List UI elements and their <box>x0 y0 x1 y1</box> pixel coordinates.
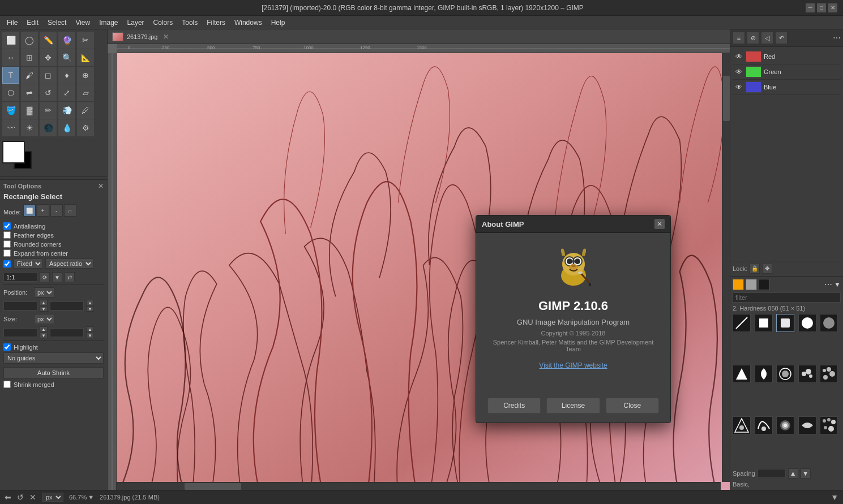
minimize-button[interactable]: ─ <box>806 3 815 12</box>
scrollbar-h-thumb[interactable] <box>185 483 241 490</box>
ratio-preset[interactable]: ▼ <box>52 272 62 282</box>
pos-y-stepper[interactable]: ▲ ▼ <box>86 300 94 312</box>
tool-align[interactable]: ⊞ <box>21 49 38 66</box>
scrollbar-v-thumb[interactable] <box>723 76 730 121</box>
auto-shrink-button[interactable]: Auto Shrink <box>3 367 104 378</box>
pos-y-down[interactable]: ▼ <box>86 306 94 312</box>
tool-transform[interactable]: ↔ <box>2 49 19 66</box>
brush-item-5[interactable] <box>820 314 838 332</box>
brush-item-2[interactable] <box>755 314 773 332</box>
menu-image[interactable]: Image <box>95 18 122 28</box>
tool-selection-ellipse[interactable]: ◯ <box>21 32 38 49</box>
panel-channels-btn[interactable]: ≡ <box>733 32 745 44</box>
menu-file[interactable]: File <box>2 18 22 28</box>
pos-y-up[interactable]: ▲ <box>86 300 94 305</box>
brush-item-10[interactable] <box>820 365 838 383</box>
channel-blue-row[interactable]: 👁 Blue <box>733 80 841 95</box>
brush-item-6[interactable] <box>733 365 751 383</box>
antialiasing-checkbox[interactable] <box>3 222 11 230</box>
tool-burn[interactable]: 🌑 <box>40 119 57 136</box>
position-unit-select[interactable]: px <box>34 287 54 298</box>
tool-text[interactable]: T <box>2 67 19 84</box>
maximize-button[interactable]: □ <box>817 3 826 12</box>
channel-green-row[interactable]: 👁 Green <box>733 64 841 80</box>
close-button[interactable]: Close <box>606 398 659 413</box>
brushes-expand-btn[interactable]: ⋯ <box>824 280 832 289</box>
brush-item-12[interactable] <box>755 416 773 434</box>
dialog-close-button[interactable]: ✕ <box>654 219 665 229</box>
ratio-reset[interactable]: ⟳ <box>40 272 50 282</box>
mode-intersect[interactable]: ∩ <box>64 204 76 217</box>
tool-shear[interactable]: ▱ <box>77 84 94 101</box>
status-close-icon[interactable]: ✕ <box>29 493 36 502</box>
panel-undo-btn[interactable]: ↶ <box>775 32 788 44</box>
brush-filter-input[interactable] <box>733 292 841 303</box>
brush-item-9[interactable] <box>798 365 816 383</box>
pos-x-up[interactable]: ▲ <box>40 300 48 305</box>
panel-history-btn[interactable]: ◁ <box>761 32 773 44</box>
size-w-input[interactable]: 0 <box>3 328 37 337</box>
tool-scale[interactable]: ⤢ <box>58 84 75 101</box>
size-w-down[interactable]: ▼ <box>40 333 48 338</box>
brush-item-13[interactable] <box>776 416 794 434</box>
tool-rotate[interactable]: ↺ <box>40 84 57 101</box>
spacing-up-btn[interactable]: ▲ <box>788 468 798 479</box>
channel-green-eye[interactable]: 👁 <box>734 67 743 76</box>
ratio-input[interactable] <box>3 273 37 282</box>
tool-airbrush[interactable]: 💨 <box>58 102 75 119</box>
credits-button[interactable]: Credits <box>487 398 541 413</box>
tool-blend[interactable]: ▓ <box>21 102 38 119</box>
size-h-input[interactable]: 0 <box>50 328 84 337</box>
tool-perspective[interactable]: ⬡ <box>2 84 19 101</box>
position-y-input[interactable]: 0 <box>50 301 84 311</box>
brush-item-3[interactable] <box>776 314 794 332</box>
brush-item-4[interactable] <box>798 314 816 332</box>
status-history-icon[interactable]: ↺ <box>17 493 24 502</box>
aspect-ratio-select[interactable]: Aspect ratio <box>45 259 93 269</box>
feather-edges-checkbox[interactable] <box>3 231 11 239</box>
tool-zoom[interactable]: 🔍 <box>58 49 75 66</box>
ratio-swap[interactable]: ⇄ <box>65 272 75 282</box>
mode-add[interactable]: + <box>37 204 49 217</box>
panel-paths-btn[interactable]: ⊘ <box>747 32 759 44</box>
status-left-icon[interactable]: ⬅ <box>5 493 11 502</box>
tool-selection-fuzzy[interactable]: 🔮 <box>58 32 75 49</box>
tool-crop[interactable]: ✂ <box>77 32 94 49</box>
highlight-checkbox[interactable] <box>3 343 11 351</box>
tool-clone[interactable]: ♦ <box>58 67 75 84</box>
brush-swatch-gray[interactable] <box>746 279 757 290</box>
brush-item-15[interactable] <box>820 416 838 434</box>
spacing-down-btn[interactable]: ▼ <box>801 468 811 479</box>
tool-measure[interactable]: 📐 <box>77 49 94 66</box>
tool-options-close[interactable]: ✕ <box>98 182 104 190</box>
brush-item-1[interactable] <box>733 314 751 332</box>
tool-dodge[interactable]: ☀ <box>21 119 38 136</box>
tool-move[interactable]: ✥ <box>40 49 57 66</box>
tool-selection-free[interactable]: ✏️ <box>40 32 57 49</box>
menu-edit[interactable]: Edit <box>22 18 43 28</box>
menu-colors[interactable]: Colors <box>149 18 178 28</box>
tool-selection-rect[interactable]: ⬜ <box>2 32 19 49</box>
license-button[interactable]: License <box>546 398 600 413</box>
tool-paint[interactable]: 🖌 <box>21 67 38 84</box>
size-w-up[interactable]: ▲ <box>40 326 48 332</box>
pos-x-stepper[interactable]: ▲ ▼ <box>40 300 48 312</box>
lock-pixel-btn[interactable]: 🔒 <box>750 264 760 274</box>
panel-menu-btn[interactable]: ⋯ <box>833 33 841 42</box>
tool-ink[interactable]: 🖊 <box>77 102 94 119</box>
expand-center-checkbox[interactable] <box>3 249 11 257</box>
size-unit-select[interactable]: px <box>34 314 54 324</box>
guides-select[interactable]: No guides <box>3 352 104 364</box>
brush-item-7[interactable] <box>755 365 773 383</box>
canvas-tab-close[interactable]: ✕ <box>163 33 169 41</box>
lock-pos-btn[interactable]: ✥ <box>762 264 772 274</box>
size-h-down[interactable]: ▼ <box>86 333 94 338</box>
channel-red-eye[interactable]: 👁 <box>734 52 743 61</box>
fixed-checkbox[interactable] <box>3 260 11 268</box>
size-h-stepper[interactable]: ▲ ▼ <box>86 326 94 338</box>
tool-colorpick[interactable]: 💧 <box>58 119 75 136</box>
canvas-scrollbar-h[interactable] <box>117 482 721 490</box>
brush-item-11[interactable] <box>733 416 751 434</box>
tool-heal[interactable]: ⊕ <box>77 67 94 84</box>
menu-select[interactable]: Select <box>43 18 71 28</box>
